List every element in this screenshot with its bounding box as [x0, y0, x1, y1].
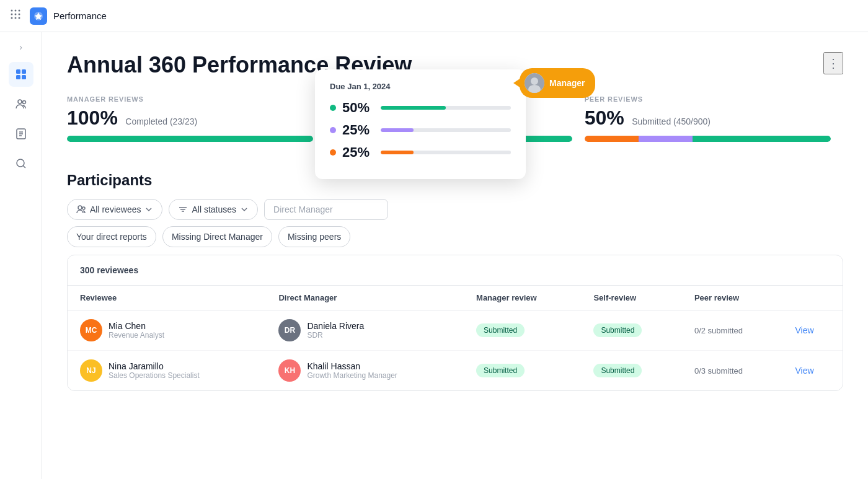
main-content: Annual 360 Performance Review ⋮ MANAGER … [42, 32, 868, 479]
cell-view-1: View [782, 310, 843, 351]
cell-peer-review-1: 0/2 submitted [682, 310, 783, 351]
filter-chips-row: Your direct reports Missing Direct Manag… [67, 226, 843, 247]
svg-point-5 [19, 14, 20, 15]
reviewee-avatar-1: MC [80, 319, 102, 341]
participants-table: Reviewee Direct Manager Manager review S… [68, 286, 843, 390]
filter-row-main: All reviewees All statuses Direct Manage… [67, 199, 843, 220]
statuses-filter[interactable]: All statuses [169, 199, 258, 220]
app-logo [30, 7, 47, 25]
tooltip-dot-orange [330, 149, 336, 156]
svg-rect-10 [16, 69, 20, 74]
cell-reviewee-2: NJ Nina Jaramillo Sales Operations Speci… [68, 351, 266, 391]
peer-reviews-label: PEER REVIEWS [585, 95, 831, 103]
sidebar-item-search[interactable] [9, 151, 33, 176]
direct-manager-search[interactable]: Direct Manager [264, 199, 388, 220]
sidebar-item-dashboard[interactable] [9, 62, 33, 87]
svg-point-6 [11, 17, 13, 19]
col-actions [782, 286, 843, 310]
svg-rect-13 [22, 75, 26, 79]
svg-point-15 [22, 101, 25, 104]
manager-name-2: Khalil Hassan [307, 361, 397, 371]
cell-peer-review-2: 0/3 submitted [682, 351, 783, 391]
svg-point-3 [11, 14, 13, 15]
manager-badge: Manager [520, 68, 595, 98]
svg-point-20 [17, 159, 24, 167]
table-row: NJ Nina Jaramillo Sales Operations Speci… [68, 351, 843, 391]
reviewee-name-1: Mia Chen [108, 321, 164, 331]
svg-rect-11 [22, 69, 26, 74]
participants-table-wrap: 300 reviewees Reviewee Direct Manager Ma… [67, 255, 843, 391]
peer-review-status-2: 0/3 submitted [694, 366, 743, 376]
col-direct-manager: Direct Manager [266, 286, 464, 310]
col-reviewee: Reviewee [68, 286, 266, 310]
tooltip-pct-3: 25% [342, 144, 374, 160]
reviewees-filter-label: All reviewees [90, 204, 141, 214]
manager-reviews-desc: Completed (23/23) [125, 116, 197, 126]
cell-self-review-1: Submitted [581, 310, 682, 351]
self-review-badge-2: Submitted [593, 364, 642, 377]
tooltip-bar-2 [381, 128, 511, 132]
manager-review-badge-2: Submitted [476, 364, 525, 377]
cell-manager-1: DR Daniela Rivera SDR [266, 310, 464, 351]
stat-peer-reviews: PEER REVIEWS 50% Submitted (450/900) [585, 95, 843, 152]
cell-manager-review-1: Submitted [464, 310, 581, 351]
app-name: Performance [53, 11, 107, 21]
peer-reviews-percent: 50% [585, 107, 624, 129]
col-manager-review: Manager review [464, 286, 581, 310]
chip-your-direct-reports[interactable]: Your direct reports [67, 226, 156, 247]
reviewee-avatar-2: NJ [80, 359, 102, 382]
chip-missing-direct-manager[interactable]: Missing Direct Manager [162, 226, 272, 247]
svg-point-8 [19, 17, 20, 19]
sidebar-item-people[interactable] [9, 92, 33, 116]
sidebar-item-book[interactable] [9, 121, 33, 146]
direct-manager-placeholder: Direct Manager [273, 204, 333, 214]
tooltip-row-2: 25% [330, 122, 511, 138]
more-options-button[interactable]: ⋮ [823, 52, 843, 74]
tooltip-bar-3 [381, 151, 511, 154]
view-button-2[interactable]: View [795, 366, 813, 376]
peer-review-status-1: 0/2 submitted [694, 326, 743, 335]
manager-review-badge-1: Submitted [476, 323, 525, 337]
svg-point-4 [15, 14, 17, 15]
table-body: MC Mia Chen Revenue Analyst [68, 310, 843, 391]
view-button-1[interactable]: View [795, 325, 813, 335]
manager-reviews-bar [67, 136, 313, 142]
tooltip-pct-2: 25% [342, 122, 374, 138]
stat-manager-reviews: MANAGER REVIEWS 100% Completed (23/23) [67, 95, 326, 152]
svg-point-7 [15, 17, 17, 19]
manager-avatar-2: KH [278, 359, 301, 382]
svg-point-23 [531, 77, 538, 85]
table-row: MC Mia Chen Revenue Analyst [68, 310, 843, 351]
tooltip-dot-green [330, 105, 336, 111]
sidebar: › [0, 0, 42, 479]
svg-point-1 [15, 10, 17, 12]
stats-tooltip: Due Jan 1, 2024 50% 25% 25% [315, 69, 526, 179]
reviewee-role-1: Revenue Analyst [108, 331, 164, 340]
self-review-badge-1: Submitted [593, 323, 642, 337]
reviewee-name-2: Nina Jaramillo [108, 361, 200, 371]
tooltip-due-date: Due Jan 1, 2024 [330, 82, 511, 91]
cell-manager-review-2: Submitted [464, 351, 581, 391]
reviewees-filter[interactable]: All reviewees [67, 199, 162, 220]
manager-reviews-percent: 100% [67, 107, 118, 129]
cell-self-review-2: Submitted [581, 351, 682, 391]
cell-reviewee-1: MC Mia Chen Revenue Analyst [68, 310, 266, 351]
svg-point-2 [19, 10, 20, 12]
peer-reviews-bar [585, 136, 831, 142]
manager-avatar-1: DR [278, 319, 301, 341]
grid-icon [10, 9, 21, 23]
reviewees-count: 300 reviewees [68, 255, 843, 286]
sidebar-expand[interactable]: › [14, 40, 29, 55]
svg-point-26 [82, 207, 85, 209]
svg-point-25 [78, 206, 82, 209]
tooltip-row-1: 50% [330, 100, 511, 116]
chip-missing-peers[interactable]: Missing peers [278, 226, 350, 247]
manager-name-1: Daniela Rivera [307, 321, 364, 331]
manager-role-2: Growth Marketing Manager [307, 371, 397, 380]
top-bar: Performance [0, 0, 868, 32]
participants-section: Participants All reviewees All statuses … [67, 172, 843, 391]
svg-line-21 [23, 166, 25, 169]
tooltip-dot-purple [330, 127, 336, 133]
svg-rect-12 [16, 75, 20, 79]
tooltip-bar-1 [381, 106, 511, 110]
